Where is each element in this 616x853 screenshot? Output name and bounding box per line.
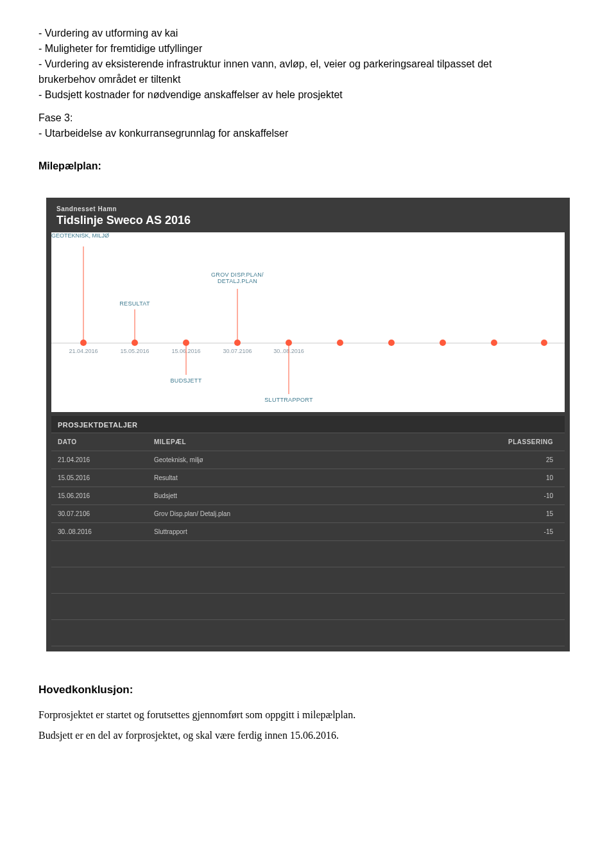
milestone-dot bbox=[183, 340, 189, 346]
details-panel: PROSJEKTDETALJER DATO MILEPÆL PLASSERING… bbox=[51, 416, 565, 646]
col-milepael: MILEPÆL bbox=[148, 433, 463, 451]
cell-plass: 15 bbox=[463, 505, 565, 523]
table-row-empty bbox=[51, 541, 565, 567]
annotation-resultat: RESULTAT bbox=[119, 300, 150, 307]
stem bbox=[83, 246, 84, 343]
conclusion-p2: Budsjett er en del av forprosjektet, og … bbox=[38, 730, 578, 741]
tick-label: 15.05.2016 bbox=[120, 348, 149, 354]
table-row: 30.07.2106 Grov Disp.plan/ Detalj.plan 1… bbox=[51, 505, 565, 523]
fase-title: Fase 3: bbox=[38, 110, 578, 126]
details-body: 21.04.2016 Geoteknisk, miljø 25 15.05.20… bbox=[51, 451, 565, 646]
tick-label: 21.04.2016 bbox=[69, 348, 98, 354]
bullet-item: - Vurdering av utforming av kai bbox=[38, 26, 578, 41]
milestone-dot bbox=[286, 340, 292, 346]
cell-dato: 15.06.2016 bbox=[51, 487, 148, 505]
bullet-item: - Vurdering av eksisterende infrastruktu… bbox=[38, 56, 526, 87]
milestone-dot bbox=[234, 340, 241, 346]
cell-dato: 30.07.2106 bbox=[51, 505, 148, 523]
annotation-geoteknisk: GEOTEKNISK, MILJØ bbox=[51, 232, 565, 239]
cell-dato: 15.05.2016 bbox=[51, 469, 148, 487]
stem bbox=[237, 289, 238, 343]
stem bbox=[289, 343, 289, 394]
cell-dato: 30..08.2016 bbox=[51, 523, 148, 541]
gantt-header: Sandnesset Hamn Tidslinje Sweco AS 2016 bbox=[51, 203, 565, 232]
table-row-empty bbox=[51, 567, 565, 594]
cell-plass: -15 bbox=[463, 523, 565, 541]
col-plassering: PLASSERING bbox=[463, 433, 565, 451]
milestone-dot bbox=[541, 340, 547, 346]
col-dato: DATO bbox=[51, 433, 148, 451]
conclusion-heading: Hovedkonklusjon: bbox=[38, 684, 578, 696]
table-row: 15.06.2016 Budsjett -10 bbox=[51, 487, 565, 505]
details-heading: PROSJEKTDETALJER bbox=[51, 416, 565, 433]
cell-dato: 21.04.2016 bbox=[51, 451, 148, 469]
annotation-budsjett: BUDSJETT bbox=[171, 377, 202, 384]
stem bbox=[135, 309, 135, 343]
fase-line: - Utarbeidelse av konkurransegrunnlag fo… bbox=[38, 126, 578, 141]
milestone-dot bbox=[337, 340, 343, 346]
cell-milepael: Grov Disp.plan/ Detalj.plan bbox=[148, 505, 463, 523]
table-row-empty bbox=[51, 594, 565, 620]
bullet-list: - Vurdering av utforming av kai - Muligh… bbox=[38, 26, 578, 103]
stem bbox=[186, 343, 187, 375]
details-table: DATO MILEPÆL PLASSERING 21.04.2016 Geote… bbox=[51, 433, 565, 646]
table-row: 15.05.2016 Resultat 10 bbox=[51, 469, 565, 487]
table-row-empty bbox=[51, 620, 565, 646]
tick-label: 30.07.2106 bbox=[223, 348, 252, 354]
milestone-dot bbox=[80, 340, 87, 346]
bullet-item: - Budsjett kostnader for nødvendige ansk… bbox=[38, 87, 578, 103]
gantt-chart: GEOTEKNISK, MILJØ 21.04.2016 15.05.2016 … bbox=[51, 232, 565, 412]
cell-milepael: Budsjett bbox=[148, 487, 463, 505]
gantt-title: Tidslinje Sweco AS 2016 bbox=[56, 214, 560, 227]
fase-block: Fase 3: - Utarbeidelse av konkurransegru… bbox=[38, 110, 578, 141]
cell-milepael: Resultat bbox=[148, 469, 463, 487]
conclusion-p1: Forprosjektet er startet og forutsettes … bbox=[38, 709, 578, 721]
cell-milepael: Sluttrapport bbox=[148, 523, 463, 541]
cell-plass: 10 bbox=[463, 469, 565, 487]
milestone-dot bbox=[388, 340, 395, 346]
table-row: 21.04.2016 Geoteknisk, miljø 25 bbox=[51, 451, 565, 469]
milestone-dot bbox=[491, 340, 497, 346]
annotation-slutt: SLUTTRAPPORT bbox=[264, 397, 312, 403]
milepael-heading: Milepælplan: bbox=[38, 160, 578, 172]
cell-plass: -10 bbox=[463, 487, 565, 505]
bullet-item: - Muligheter for fremtidige utfyllinger bbox=[38, 41, 578, 56]
gantt-panel: Sandnesset Hamn Tidslinje Sweco AS 2016 … bbox=[46, 198, 570, 651]
annotation-grov-text: GROV DISP.PLAN/ DETALJ.PLAN bbox=[211, 271, 264, 284]
annotation-grov: GROV DISP.PLAN/ DETALJ.PLAN bbox=[211, 272, 264, 285]
cell-milepael: Geoteknisk, miljø bbox=[148, 451, 463, 469]
table-row: 30..08.2016 Sluttrapport -15 bbox=[51, 523, 565, 541]
milestone-dot bbox=[132, 340, 138, 346]
gantt-subtitle: Sandnesset Hamn bbox=[56, 205, 560, 212]
milestone-dot bbox=[440, 340, 446, 346]
cell-plass: 25 bbox=[463, 451, 565, 469]
